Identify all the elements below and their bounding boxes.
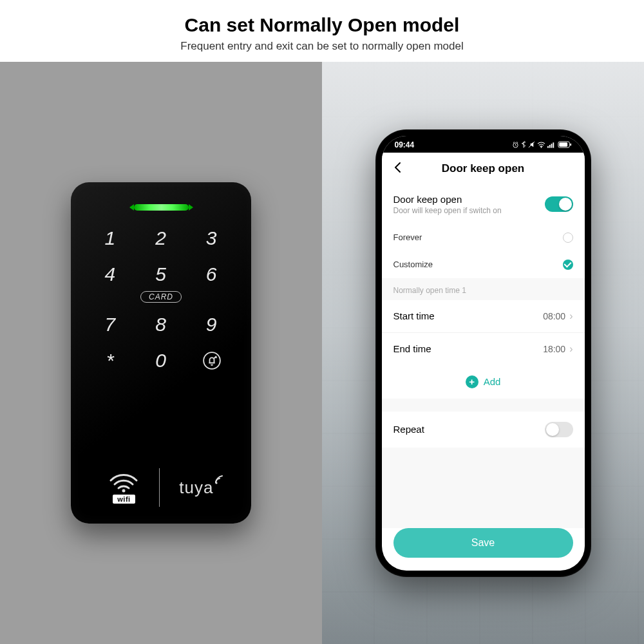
svg-point-0: [204, 352, 220, 369]
keypad-grid: 1 2 3 4 5 6 CARD 7 8 9 * 0: [89, 227, 233, 372]
led-indicator-icon: [134, 204, 189, 211]
key-0[interactable]: 0: [140, 350, 183, 372]
option-customize[interactable]: Customize: [382, 251, 585, 278]
option-forever[interactable]: Forever: [382, 224, 585, 251]
door-open-toggle[interactable]: [545, 196, 573, 212]
svg-point-2: [215, 482, 217, 484]
back-button[interactable]: [390, 162, 405, 176]
svg-point-1: [122, 489, 126, 493]
door-keep-open-section: Door keep open Door will keep open if sw…: [382, 185, 585, 224]
toggle-title: Door keep open: [393, 194, 545, 205]
svg-line-4: [528, 142, 534, 147]
key-6[interactable]: 6: [190, 263, 233, 285]
phone-screen: 09:44 Door keep open: [382, 136, 585, 571]
key-star[interactable]: *: [89, 350, 132, 372]
wifi-label: wifi: [113, 495, 135, 504]
phone-frame: 09:44 Door keep open: [375, 129, 591, 577]
app-title: Door keep open: [442, 162, 524, 175]
time-group-label: Normally open time 1: [382, 278, 585, 300]
start-time-value: 08:00: [543, 311, 565, 321]
add-time-button[interactable]: + Add: [382, 365, 585, 399]
app-header: Door keep open: [382, 153, 585, 185]
svg-rect-12: [570, 144, 571, 146]
add-label: Add: [484, 376, 501, 387]
status-icons: [512, 141, 572, 148]
save-button[interactable]: Save: [393, 528, 573, 558]
end-time-value: 18:00: [543, 344, 565, 354]
plus-circle-icon: +: [466, 375, 478, 388]
check-circle-icon: [563, 260, 573, 270]
key-7[interactable]: 7: [89, 314, 132, 336]
mute-icon: [528, 141, 535, 148]
content-split: 1 2 3 4 5 6 CARD 7 8 9 * 0: [0, 62, 644, 644]
end-time-row[interactable]: End time 18:00 ›: [382, 333, 585, 365]
tuya-signal-icon: [215, 475, 225, 484]
card-label: CARD: [89, 290, 233, 308]
option-forever-label: Forever: [393, 232, 422, 242]
page-title: Can set Normally Open model: [0, 14, 644, 36]
start-time-label: Start time: [393, 310, 435, 321]
status-bar: 09:44: [382, 136, 585, 153]
key-3[interactable]: 3: [190, 227, 233, 249]
right-panel: 09:44 Door keep open: [322, 62, 644, 644]
repeat-toggle[interactable]: [545, 422, 573, 437]
page-header: Can set Normally Open model Frequent ent…: [0, 0, 644, 62]
keypad-device: 1 2 3 4 5 6 CARD 7 8 9 * 0: [71, 182, 251, 524]
key-2[interactable]: 2: [140, 227, 183, 249]
start-time-row[interactable]: Start time 08:00 ›: [382, 300, 585, 333]
spacer: [382, 399, 585, 405]
svg-point-5: [540, 146, 542, 147]
svg-rect-7: [549, 145, 550, 148]
key-1[interactable]: 1: [89, 227, 132, 249]
keypad-footer: wifi tuya: [89, 463, 233, 509]
signal-icon: [547, 142, 556, 148]
end-time-label: End time: [393, 343, 431, 354]
chevron-right-icon: ›: [569, 310, 573, 322]
status-time: 09:44: [395, 140, 415, 149]
chevron-right-icon: ›: [569, 343, 573, 355]
option-customize-label: Customize: [393, 260, 433, 269]
svg-rect-9: [553, 142, 554, 147]
divider-icon: [159, 468, 160, 507]
svg-rect-11: [559, 142, 567, 146]
bluetooth-icon: [521, 141, 526, 148]
app-content: Door keep open Door will keep open if sw…: [382, 185, 585, 528]
bell-icon: [203, 352, 221, 370]
battery-icon: [558, 141, 572, 148]
key-5[interactable]: 5: [140, 263, 183, 285]
tuya-logo: tuya: [179, 478, 213, 498]
wifi-icon: [108, 471, 139, 493]
bell-key[interactable]: [190, 350, 233, 372]
repeat-label: Repeat: [393, 424, 424, 435]
svg-rect-8: [551, 144, 552, 148]
wifi-status-icon: [537, 142, 545, 148]
chevron-left-icon: [393, 162, 401, 173]
svg-rect-6: [547, 146, 549, 147]
toggle-subtitle: Door will keep open if switch on: [393, 206, 545, 215]
page-subtitle: Frequent entry and exit can be set to no…: [0, 40, 644, 53]
left-panel: 1 2 3 4 5 6 CARD 7 8 9 * 0: [0, 62, 322, 644]
radio-unchecked-icon: [563, 232, 573, 243]
repeat-row: Repeat: [382, 412, 585, 448]
alarm-icon: [512, 141, 519, 148]
key-4[interactable]: 4: [89, 263, 132, 285]
wifi-block: wifi: [108, 471, 139, 504]
key-9[interactable]: 9: [190, 314, 233, 336]
key-8[interactable]: 8: [140, 314, 183, 336]
